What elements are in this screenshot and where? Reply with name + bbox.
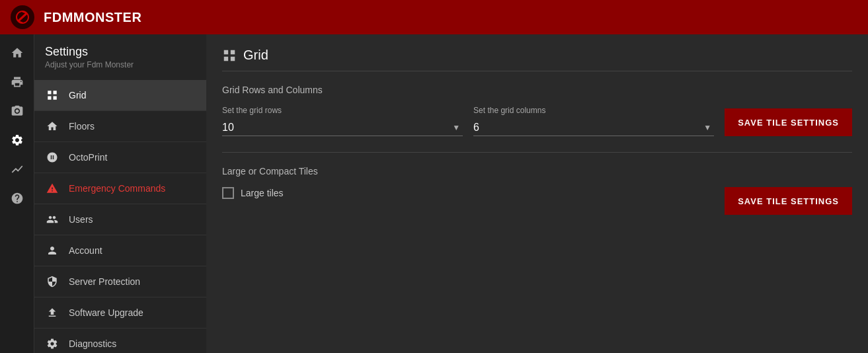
large-tiles-checkbox-row: Large tiles <box>222 187 714 199</box>
sidebar-header: Settings Adjust your Fdm Monster <box>34 45 206 80</box>
field-group-selects: Set the grid rows 1234 5678 91012 1520 ▼ <box>222 106 714 136</box>
sidebar-item-grid[interactable]: Grid <box>34 80 206 111</box>
large-tiles-label: Large tiles <box>241 188 284 198</box>
nav-home-icon[interactable] <box>4 40 30 66</box>
save-grid-settings-button[interactable]: SAVE TILE SETTINGS <box>725 108 852 136</box>
cols-field-label: Set the grid columns <box>473 106 714 115</box>
cols-select-container: 1234 5678 91012 ▼ <box>473 119 714 136</box>
icon-nav <box>0 34 34 353</box>
floors-icon <box>45 119 59 134</box>
cols-field-wrapper: Set the grid columns 1234 5678 91012 ▼ <box>473 106 714 136</box>
sidebar-item-octoprint[interactable]: OctoPrint <box>34 142 206 173</box>
save-tile-settings-button[interactable]: SAVE TILE SETTINGS <box>725 187 852 215</box>
sidebar-label-floors: Floors <box>69 121 196 132</box>
nav-help-icon[interactable] <box>4 185 30 212</box>
app-title: FDMMONSTER <box>44 10 141 25</box>
grid-header-icon <box>222 48 237 63</box>
sidebar-label-grid: Grid <box>69 90 196 100</box>
topbar: FDMMONSTER <box>0 0 868 34</box>
octoprint-icon <box>45 150 59 165</box>
section-title-tiles: Large or Compact Tiles <box>222 166 852 176</box>
sidebar: Settings Adjust your Fdm Monster Grid Fl… <box>34 34 206 353</box>
sidebar-item-software-upgrade[interactable]: Software Upgrade <box>34 297 206 329</box>
nav-printer-icon[interactable] <box>4 69 30 95</box>
users-icon <box>45 212 59 227</box>
sidebar-item-users[interactable]: Users <box>34 204 206 235</box>
nav-camera-icon[interactable] <box>4 98 30 124</box>
rows-select[interactable]: 1234 5678 91012 1520 <box>222 119 463 136</box>
rows-select-container: 1234 5678 91012 1520 ▼ <box>222 119 463 136</box>
grid-rows-cols-section: Grid Rows and Columns Set the grid rows … <box>222 85 852 136</box>
sidebar-label-users: Users <box>69 214 196 225</box>
sidebar-label-server-protection: Server Protection <box>69 276 196 287</box>
sidebar-label-software-upgrade: Software Upgrade <box>69 307 196 318</box>
sidebar-item-floors[interactable]: Floors <box>34 111 206 142</box>
nav-settings-icon[interactable] <box>4 127 30 153</box>
page-title: Grid <box>243 48 268 63</box>
sidebar-label-octoprint: OctoPrint <box>69 152 196 163</box>
grid-icon <box>45 88 59 102</box>
sidebar-label-emergency: Emergency Commands <box>69 183 196 194</box>
server-protection-icon <box>45 274 59 289</box>
tile-size-row: Large tiles SAVE TILE SETTINGS <box>222 187 852 215</box>
diagnostics-icon <box>45 336 59 351</box>
cols-select[interactable]: 1234 5678 91012 <box>473 119 714 136</box>
sidebar-label-diagnostics: Diagnostics <box>69 338 196 349</box>
nav-analytics-icon[interactable] <box>4 156 30 182</box>
tile-size-section: Large or Compact Tiles Large tiles SAVE … <box>222 166 852 215</box>
account-icon <box>45 243 59 258</box>
sidebar-title: Settings <box>45 45 196 59</box>
sidebar-subtitle: Adjust your Fdm Monster <box>45 60 196 69</box>
section-divider <box>222 152 852 153</box>
sidebar-item-diagnostics[interactable]: Diagnostics <box>34 329 206 353</box>
logo <box>11 5 34 29</box>
software-upgrade-icon <box>45 305 59 320</box>
sidebar-label-account: Account <box>69 245 196 256</box>
emergency-icon <box>45 181 59 196</box>
checkbox-area: Large tiles <box>222 187 714 210</box>
content-area: Grid Grid Rows and Columns Set the grid … <box>206 34 868 353</box>
rows-field-label: Set the grid rows <box>222 106 463 115</box>
large-tiles-checkbox[interactable] <box>222 187 234 199</box>
grid-rows-cols-row: Set the grid rows 1234 5678 91012 1520 ▼ <box>222 106 852 136</box>
rows-field-wrapper: Set the grid rows 1234 5678 91012 1520 ▼ <box>222 106 463 136</box>
sidebar-item-emergency-commands[interactable]: Emergency Commands <box>34 173 206 204</box>
section-title-grid: Grid Rows and Columns <box>222 85 852 95</box>
content-header: Grid <box>222 48 852 71</box>
sidebar-item-server-protection[interactable]: Server Protection <box>34 266 206 297</box>
sidebar-item-account[interactable]: Account <box>34 235 206 266</box>
main-layout: Settings Adjust your Fdm Monster Grid Fl… <box>0 34 868 353</box>
